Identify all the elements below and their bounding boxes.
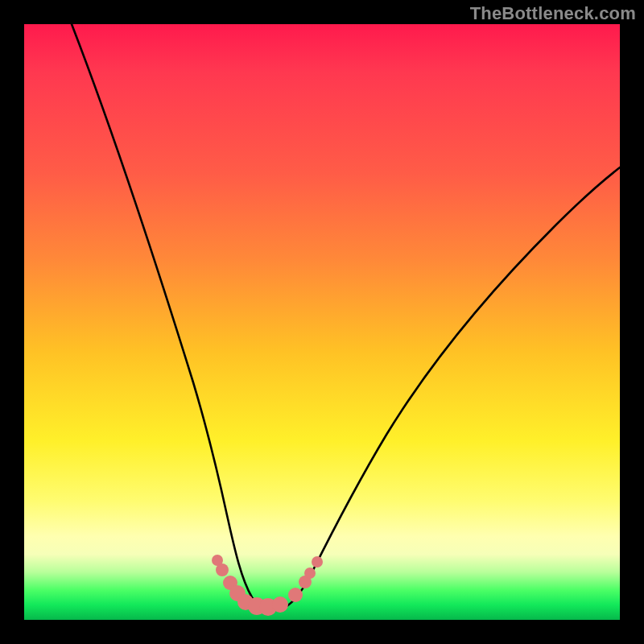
marker-dot	[272, 597, 288, 613]
marker-dot	[312, 556, 323, 568]
marker-dot	[304, 568, 316, 579]
marker-dot	[288, 588, 303, 602]
chart-frame: TheBottleneck.com	[0, 0, 644, 644]
plot-area	[24, 24, 620, 620]
watermark-text: TheBottleneck.com	[470, 3, 636, 24]
curve-layer	[24, 24, 620, 620]
bottleneck-curve	[72, 24, 620, 610]
marker-group	[212, 555, 323, 616]
marker-dot	[216, 564, 229, 576]
